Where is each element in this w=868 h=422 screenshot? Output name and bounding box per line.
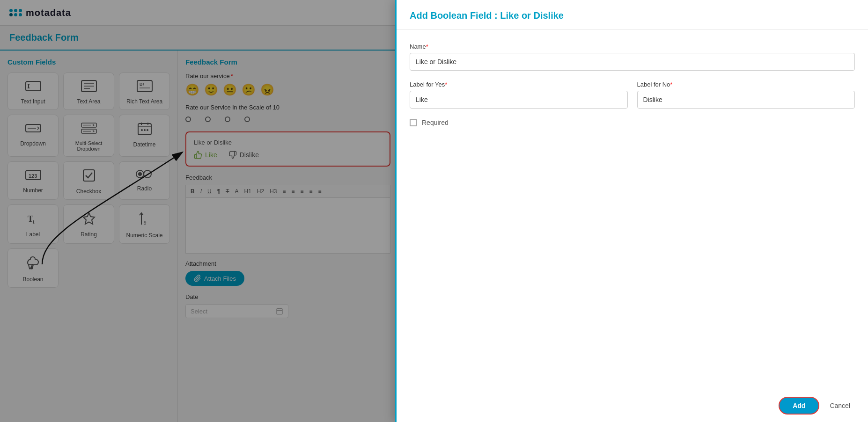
- modal-label-yes-label: Label for Yes*: [410, 81, 628, 88]
- modal-cancel-button[interactable]: Cancel: [825, 398, 855, 414]
- modal-label-no-input[interactable]: [637, 91, 855, 109]
- modal-overlay: Add Boolean Field : Like or Dislike Name…: [0, 0, 868, 422]
- modal-title: Add Boolean Field : Like or Dislike: [410, 10, 855, 21]
- modal-labels-row: Label for Yes* Label for No*: [410, 81, 855, 109]
- modal-label-yes-group: Label for Yes*: [410, 81, 628, 109]
- modal-body: Name* Label for Yes* Label for No*: [397, 30, 868, 389]
- modal-label-yes-input[interactable]: [410, 91, 628, 109]
- modal-required-checkbox[interactable]: [410, 119, 417, 126]
- modal-required-label: Required: [422, 119, 449, 126]
- modal-name-input[interactable]: [410, 53, 855, 71]
- modal-label-no-label: Label for No*: [637, 81, 855, 88]
- modal-panel: Add Boolean Field : Like or Dislike Name…: [395, 0, 868, 422]
- modal-header: Add Boolean Field : Like or Dislike: [397, 0, 868, 30]
- modal-name-label: Name*: [410, 43, 855, 50]
- modal-label-no-group: Label for No*: [637, 81, 855, 109]
- modal-footer: Add Cancel: [397, 389, 868, 422]
- modal-required-row: Required: [410, 119, 855, 126]
- modal-name-group: Name*: [410, 43, 855, 71]
- modal-add-button[interactable]: Add: [779, 397, 819, 415]
